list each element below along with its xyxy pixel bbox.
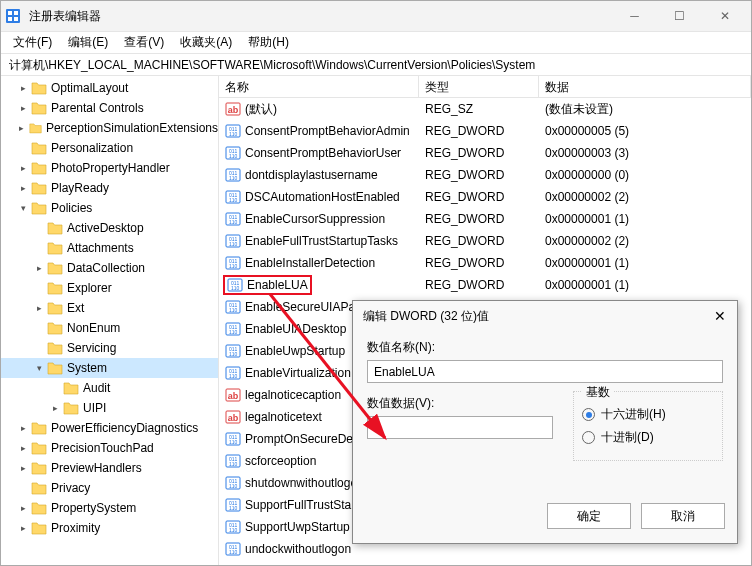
value-row[interactable]: ab(默认)REG_SZ(数值未设置) (219, 98, 751, 120)
expander-icon[interactable]: ▸ (17, 462, 29, 474)
expander-icon[interactable]: ▾ (33, 362, 45, 374)
expander-icon[interactable]: ▸ (33, 302, 45, 314)
folder-icon (47, 301, 63, 315)
value-name: (默认) (245, 101, 277, 118)
radio-dec[interactable]: 十进制(D) (582, 429, 714, 446)
tree-panel[interactable]: ▸OptimalLayout▸Parental Controls▸Percept… (1, 76, 219, 565)
tree-node-proximity[interactable]: ▸Proximity (1, 518, 218, 538)
value-row[interactable]: 011110EnableFullTrustStartupTasksREG_DWO… (219, 230, 751, 252)
tree-label: NonEnum (67, 321, 120, 335)
expander-icon[interactable]: ▸ (33, 262, 45, 274)
tree-node-optimallayout[interactable]: ▸OptimalLayout (1, 78, 218, 98)
tree-node-personalization[interactable]: Personalization (1, 138, 218, 158)
value-row[interactable]: 011110dontdisplaylastusernameREG_DWORD0x… (219, 164, 751, 186)
value-row[interactable]: 011110ConsentPromptBehaviorAdminREG_DWOR… (219, 120, 751, 142)
expander-icon[interactable] (33, 242, 45, 254)
ok-button[interactable]: 确定 (547, 503, 631, 529)
value-row[interactable]: 011110ConsentPromptBehaviorUserREG_DWORD… (219, 142, 751, 164)
expander-icon[interactable]: ▸ (17, 82, 29, 94)
column-data[interactable]: 数据 (539, 76, 751, 97)
expander-icon[interactable] (17, 482, 29, 494)
value-row[interactable]: 011110EnableLUAREG_DWORD0x00000001 (1) (219, 274, 751, 296)
value-row[interactable]: 011110EnableInstallerDetectionREG_DWORD0… (219, 252, 751, 274)
value-name: ConsentPromptBehaviorAdmin (245, 124, 410, 138)
expander-icon[interactable] (17, 142, 29, 154)
expander-icon[interactable]: ▸ (49, 402, 61, 414)
cell-type: REG_DWORD (419, 122, 539, 140)
expander-icon[interactable]: ▸ (17, 102, 29, 114)
value-name: SupportUwpStartup (245, 520, 350, 534)
value-row[interactable]: 011110DSCAutomationHostEnabledREG_DWORD0… (219, 186, 751, 208)
tree-node-perceptionsimulationextensions[interactable]: ▸PerceptionSimulationExtensions (1, 118, 218, 138)
radio-dec-dot (582, 431, 595, 444)
expander-icon[interactable]: ▸ (17, 442, 29, 454)
edit-dword-dialog: 编辑 DWORD (32 位)值 ✕ 数值名称(N): 数值数据(V): 基数 … (352, 300, 738, 544)
tree-node-propertysystem[interactable]: ▸PropertySystem (1, 498, 218, 518)
expander-icon[interactable]: ▾ (17, 202, 29, 214)
menu-help[interactable]: 帮助(H) (240, 31, 297, 54)
tree-node-parental-controls[interactable]: ▸Parental Controls (1, 98, 218, 118)
tree-node-ext[interactable]: ▸Ext (1, 298, 218, 318)
svg-text:110: 110 (229, 263, 238, 269)
tree-node-uipi[interactable]: ▸UIPI (1, 398, 218, 418)
tree-label: PhotoPropertyHandler (51, 161, 170, 175)
tree-node-privacy[interactable]: Privacy (1, 478, 218, 498)
cell-name: 011110EnableLUA (219, 273, 419, 297)
tree-node-playready[interactable]: ▸PlayReady (1, 178, 218, 198)
tree-node-previewhandlers[interactable]: ▸PreviewHandlers (1, 458, 218, 478)
folder-icon (31, 141, 47, 155)
expander-icon[interactable]: ▸ (17, 522, 29, 534)
expander-icon[interactable] (33, 322, 45, 334)
tree-node-policies[interactable]: ▾Policies (1, 198, 218, 218)
expander-icon[interactable] (33, 342, 45, 354)
tree-label: Privacy (51, 481, 90, 495)
maximize-button[interactable]: ☐ (657, 2, 702, 30)
expander-icon[interactable] (49, 382, 61, 394)
column-name[interactable]: 名称 (219, 76, 419, 97)
tree-node-datacollection[interactable]: ▸DataCollection (1, 258, 218, 278)
tree-node-precisiontouchpad[interactable]: ▸PrecisionTouchPad (1, 438, 218, 458)
tree-label: UIPI (83, 401, 106, 415)
tree-node-nonenum[interactable]: NonEnum (1, 318, 218, 338)
menu-edit[interactable]: 编辑(E) (60, 31, 116, 54)
menu-file[interactable]: 文件(F) (5, 31, 60, 54)
folder-icon (63, 401, 79, 415)
dword-value-icon: 011110 (227, 277, 243, 293)
tree-node-activedesktop[interactable]: ActiveDesktop (1, 218, 218, 238)
column-type[interactable]: 类型 (419, 76, 539, 97)
tree-node-explorer[interactable]: Explorer (1, 278, 218, 298)
address-bar[interactable]: 计算机\HKEY_LOCAL_MACHINE\SOFTWARE\Microsof… (1, 53, 751, 75)
radio-hex[interactable]: 十六进制(H) (582, 406, 714, 423)
tree-label: Proximity (51, 521, 100, 535)
folder-icon (47, 281, 63, 295)
tree-node-attachments[interactable]: Attachments (1, 238, 218, 258)
tree-node-system[interactable]: ▾System (1, 358, 218, 378)
string-value-icon: ab (225, 409, 241, 425)
menu-view[interactable]: 查看(V) (116, 31, 172, 54)
expander-icon[interactable]: ▸ (17, 122, 27, 134)
svg-text:ab: ab (228, 391, 239, 401)
expander-icon[interactable]: ▸ (17, 182, 29, 194)
cell-data (539, 547, 751, 551)
tree-node-audit[interactable]: Audit (1, 378, 218, 398)
titlebar: 注册表编辑器 ─ ☐ ✕ (1, 1, 751, 31)
value-name-input[interactable] (367, 360, 723, 383)
expander-icon[interactable] (33, 222, 45, 234)
expander-icon[interactable]: ▸ (17, 162, 29, 174)
tree-node-photopropertyhandler[interactable]: ▸PhotoPropertyHandler (1, 158, 218, 178)
folder-icon (29, 121, 42, 135)
value-row[interactable]: 011110EnableCursorSuppressionREG_DWORD0x… (219, 208, 751, 230)
minimize-button[interactable]: ─ (612, 2, 657, 30)
dialog-close-button[interactable]: ✕ (709, 305, 731, 327)
tree-node-powerefficiencydiagnostics[interactable]: ▸PowerEfficiencyDiagnostics (1, 418, 218, 438)
menu-favorites[interactable]: 收藏夹(A) (172, 31, 240, 54)
expander-icon[interactable]: ▸ (17, 422, 29, 434)
cancel-button[interactable]: 取消 (641, 503, 725, 529)
close-button[interactable]: ✕ (702, 2, 747, 30)
svg-text:110: 110 (229, 197, 238, 203)
expander-icon[interactable]: ▸ (17, 502, 29, 514)
value-data-input[interactable] (367, 416, 553, 439)
tree-node-servicing[interactable]: Servicing (1, 338, 218, 358)
expander-icon[interactable] (33, 282, 45, 294)
value-name: scforceoption (245, 454, 316, 468)
